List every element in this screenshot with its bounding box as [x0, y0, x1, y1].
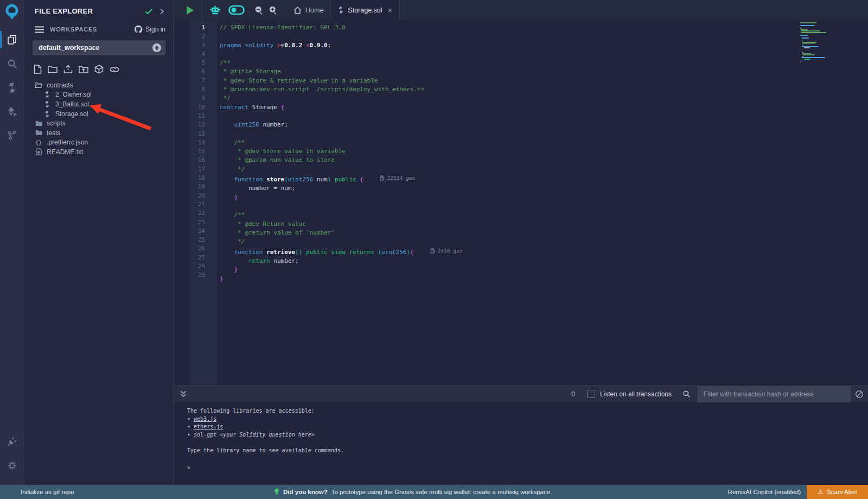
terminal-link[interactable]: web3.js: [194, 416, 216, 422]
transaction-filter-input[interactable]: [697, 386, 851, 402]
tree-item-readme-txt[interactable]: README.txt: [25, 147, 173, 157]
tree-item--prettierrc-json[interactable]: {}.prettierrc.json: [25, 138, 173, 148]
code-editor[interactable]: 1234567891011121314151617181920212223242…: [174, 20, 868, 386]
link-button[interactable]: [110, 66, 119, 73]
upload-folder-button[interactable]: [79, 65, 88, 74]
folder-icon: [35, 121, 42, 127]
tab-storage-sol[interactable]: Storage.sol ×: [330, 0, 400, 20]
code-line: // SPDX-License-Identifier: GPL-3.0: [220, 23, 462, 32]
workspace-caret-icon: [152, 43, 161, 52]
listen-all-transactions-checkbox[interactable]: [587, 390, 595, 398]
panel-title: FILE EXPLORER: [35, 7, 138, 15]
collapse-terminal-button[interactable]: [180, 390, 187, 397]
remix-ide-window: FILE EXPLORER WORKSPACES Sign in default…: [0, 0, 868, 499]
sign-in-label: Sign in: [145, 26, 165, 33]
code-line: contract Storage {: [220, 103, 462, 112]
file-explorer-panel: FILE EXPLORER WORKSPACES Sign in default…: [25, 0, 174, 485]
zoom-in-icon: [269, 5, 278, 15]
code-line: [220, 130, 462, 138]
git-init-button[interactable]: Initialize as git repo: [21, 489, 74, 495]
file-tree: contracts2_Owner.sol3_Ballot.solStorage.…: [25, 80, 173, 157]
copilot-status[interactable]: RemixAI Copilot (enabled): [728, 489, 801, 495]
tree-item-3-ballot-sol[interactable]: 3_Ballot.sol: [25, 99, 173, 109]
tip-bold-label: Did you know?: [283, 489, 328, 495]
terminal-output[interactable]: The following libraries are accessible:•…: [174, 402, 868, 485]
upload-file-button[interactable]: [63, 65, 73, 74]
terminal-line: The following libraries are accessible:: [187, 407, 868, 415]
sign-in-button[interactable]: Sign in: [134, 25, 165, 34]
move-panel-chevron-icon[interactable]: [159, 8, 164, 15]
sidebar-item-git[interactable]: [0, 123, 24, 147]
tree-item-contracts[interactable]: contracts: [25, 80, 173, 90]
terminal-prompt[interactable]: >: [187, 464, 868, 472]
remixai-copilot-button[interactable]: [209, 4, 221, 16]
workspace-ok-check-icon: [145, 8, 153, 15]
tree-item-storage-sol[interactable]: Storage.sol: [25, 109, 173, 119]
code-line: function store(uint256 num) public {2251…: [220, 174, 462, 184]
solidity-file-icon: [338, 7, 344, 14]
tree-item-label: scripts: [47, 119, 66, 127]
tree-item-tests[interactable]: tests: [25, 128, 173, 138]
tree-item-label: README.txt: [47, 148, 83, 156]
code-line: /**: [220, 211, 462, 219]
git-branch-icon: [7, 130, 17, 140]
solidity-compiler-icon: [8, 83, 17, 93]
code-line: /**: [220, 138, 462, 147]
tree-item-2-owner-sol[interactable]: 2_Owner.sol: [25, 90, 173, 100]
tree-item-label: 3_Ballot.sol: [55, 100, 89, 108]
clear-terminal-icon[interactable]: [855, 390, 864, 399]
remix-logo-icon: [4, 4, 20, 20]
double-chevron-down-icon: [180, 390, 187, 397]
workspace-name: default_workspace: [39, 44, 152, 52]
terminal-search-icon[interactable]: [682, 390, 691, 398]
file-explorer-icon: [7, 34, 17, 45]
solidity-icon: [43, 91, 51, 98]
minimap[interactable]: [800, 22, 839, 63]
gas-estimate-badge: 2410 gas: [430, 247, 463, 255]
solidity-icon: [43, 111, 51, 117]
sidebar-item-file-explorer[interactable]: [0, 28, 24, 52]
code-line: /**: [220, 59, 462, 67]
warning-icon: ⚠: [818, 489, 824, 495]
line-numbers: 1234567891011121314151617181920212223242…: [190, 23, 217, 280]
terminal-line: • web3.js: [187, 415, 868, 424]
close-tab-icon[interactable]: ×: [388, 6, 393, 14]
sidebar-item-settings[interactable]: [0, 453, 24, 477]
gear-icon: [7, 460, 17, 471]
new-folder-button[interactable]: [48, 65, 58, 73]
copilot-toggle[interactable]: [228, 5, 245, 15]
code-line: return number;: [220, 257, 462, 266]
zoom-in-button[interactable]: [269, 5, 278, 15]
tree-item-label: tests: [47, 129, 60, 137]
folder-open-icon: [35, 82, 42, 89]
tree-item-scripts[interactable]: scripts: [25, 118, 173, 128]
publish-ipfs-button[interactable]: [94, 65, 104, 74]
sidebar-item-search[interactable]: [0, 52, 24, 75]
sidebar-item-deploy-and-run[interactable]: [0, 99, 24, 123]
search-icon: [7, 59, 17, 69]
run-script-button[interactable]: [187, 6, 194, 15]
file-text-icon: [35, 148, 42, 155]
new-file-button[interactable]: [34, 65, 42, 74]
tip-text: To prototype using the Gnosis safe multi…: [331, 489, 552, 495]
sidebar-item-solidity-compiler[interactable]: [0, 75, 24, 99]
terminal-link[interactable]: ethers.js: [194, 424, 223, 429]
workspaces-menu-icon[interactable]: [35, 26, 44, 33]
sidebar-item-plugin-manager[interactable]: [0, 429, 24, 453]
icon-rail: [0, 0, 24, 485]
zoom-out-button[interactable]: [254, 5, 264, 15]
home-icon: [293, 7, 302, 14]
listen-all-transactions-label: Listen on all transactions: [600, 390, 672, 398]
folder-icon: [35, 130, 42, 136]
plug-icon: [7, 437, 17, 447]
code-line: * @dev Return value: [220, 220, 462, 229]
editor-tabbar: Home Storage.sol ×: [174, 0, 868, 20]
terminal-line: [187, 439, 868, 447]
scam-alert-button[interactable]: ⚠ Scam Alert: [807, 485, 868, 499]
workspace-select[interactable]: default_workspace: [33, 40, 165, 55]
tab-home[interactable]: Home: [286, 0, 330, 20]
deploy-run-icon: [7, 106, 17, 117]
code-line: [220, 112, 462, 121]
code-line: * @custom:dev-run-script ./scripts/deplo…: [220, 85, 462, 94]
code-line: * @return value of 'number': [220, 229, 462, 237]
